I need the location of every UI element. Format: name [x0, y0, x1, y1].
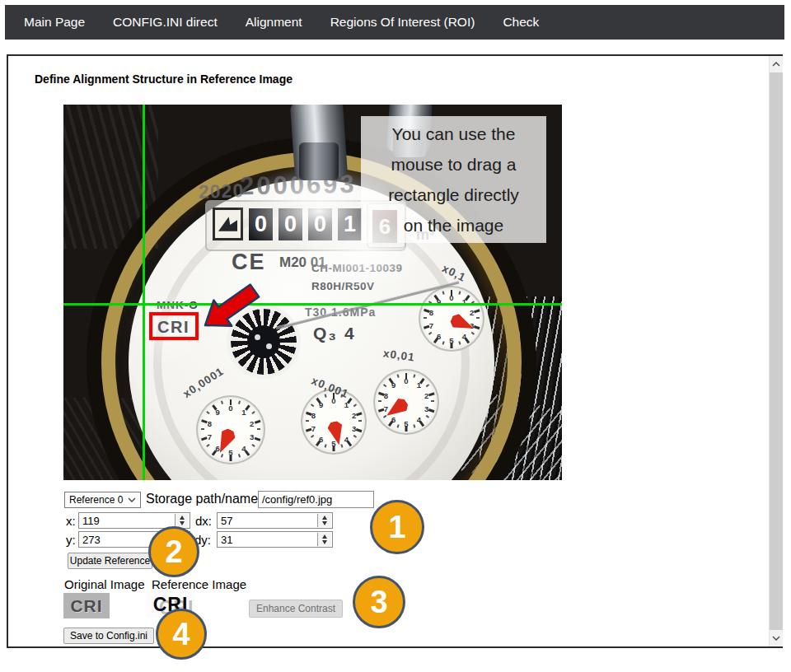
dial-digit: 2 [424, 391, 428, 400]
nav-item-alignment[interactable]: Alignment [232, 15, 316, 30]
dial-digit: 4 [344, 435, 349, 444]
meter-dial-01: 0123456789 [419, 286, 484, 352]
counter-digit: 0 [278, 208, 302, 240]
callout-circle-4: 4 [156, 609, 207, 660]
star-wheel-hub [247, 325, 280, 358]
dial-digit: 4 [462, 332, 466, 341]
dial-digit: 9 [319, 400, 323, 409]
rating-code: R80H/R50V [311, 280, 375, 292]
dial-digit: 6 [437, 332, 441, 341]
meter-dial-0001: 0123456789 [301, 389, 367, 455]
y-label: y: [66, 533, 76, 547]
dial-digit: 4 [417, 415, 421, 424]
reference-image-canvas[interactable]: 2020 2000693 0001 6 m³ CE M20 01 CH-MI00… [63, 105, 562, 480]
meter-dial-00001: 0123456789 [196, 395, 265, 464]
dial-digit: 8 [384, 391, 388, 400]
reference-image-label: Reference Image [152, 577, 246, 591]
dx-label: dx: [195, 514, 212, 528]
alignment-crosshair-vertical [143, 105, 145, 480]
enhance-contrast-button[interactable]: Enhance Contrast [249, 600, 343, 618]
dial-digit: 7 [429, 321, 433, 330]
dial-digit: 7 [311, 424, 316, 433]
dx-spinner[interactable] [317, 514, 331, 527]
counter-digit: 0 [308, 208, 332, 240]
dial-digit: 5 [228, 448, 232, 457]
callout-circle-3: 3 [353, 576, 405, 628]
dial-digit: 3 [470, 321, 474, 330]
chevron-up-icon [772, 62, 780, 67]
dial-digit: 6 [391, 415, 396, 424]
vertical-scrollbar[interactable] [769, 56, 783, 646]
dial-digit: 6 [319, 435, 323, 444]
dial-digit: 2 [250, 418, 254, 427]
drag-hint-line: rectangle directly [361, 180, 546, 210]
dial-digit: 5 [449, 336, 453, 345]
dial-digit: 2 [352, 411, 356, 420]
meter-pictogram-icon [213, 208, 243, 240]
dial-digit: 1 [344, 400, 349, 409]
dial-digit: 8 [208, 418, 212, 427]
dial-digit: 7 [384, 404, 388, 413]
dial-digit: 7 [208, 432, 212, 441]
alignment-roi-rectangle[interactable]: CRI [149, 312, 199, 340]
nav-item-main-page[interactable]: Main Page [10, 15, 99, 30]
dial-digit: 0 [228, 404, 232, 413]
counter-digit: 0 [249, 208, 273, 240]
scroll-down-button[interactable] [770, 630, 783, 646]
content-frame: Define Alignment Structure in Reference … [7, 54, 783, 648]
metal-clip [299, 142, 339, 180]
x-spinner[interactable] [175, 514, 189, 527]
callout-circle-2: 2 [148, 526, 199, 577]
dial-digit: 0 [331, 396, 335, 405]
app: Main PageCONFIG.INI directAlignmentRegio… [0, 0, 791, 672]
drag-hint-line: mouse to drag a [361, 149, 546, 180]
dial-digit: 5 [331, 439, 335, 448]
dial-digit: 1 [417, 380, 421, 390]
dial-digit: 9 [391, 380, 396, 390]
top-navbar: Main PageCONFIG.INI directAlignmentRegio… [5, 5, 784, 40]
dial-digit: 1 [241, 408, 246, 417]
dy-input[interactable]: 31 [217, 531, 333, 548]
page-title: Define Alignment Structure in Reference … [35, 72, 293, 86]
dial-digit: 0 [404, 376, 408, 385]
original-image-label: Original Image [64, 577, 145, 591]
scrollbar-thumb[interactable] [770, 72, 783, 630]
dial-digit: 3 [250, 432, 254, 441]
cri-structure-text: CRI [157, 318, 190, 337]
nav-item-check[interactable]: Check [489, 15, 553, 30]
dial-digit: 6 [215, 443, 219, 452]
chevron-down-icon [772, 636, 780, 641]
storage-path-label: Storage path/name: [146, 492, 262, 506]
original-image-thumbnail: CRI [63, 593, 110, 618]
chevron-down-icon [128, 497, 136, 502]
ce-mark: CE [232, 250, 266, 275]
dial-digit: 3 [424, 404, 428, 413]
alignment-crosshair-horizontal [63, 303, 562, 306]
reference-select[interactable]: Reference 0 [64, 492, 141, 508]
dy-spinner[interactable] [317, 533, 331, 546]
nav-item-regions-of-interest-roi-[interactable]: Regions Of Interest (ROI) [316, 15, 489, 30]
reference-select-value: Reference 0 [69, 494, 123, 506]
nav-item-config-ini-direct[interactable]: CONFIG.INI direct [99, 15, 232, 30]
drag-hint-overlay: You can use themouse to drag arectangle … [361, 116, 546, 243]
dial-digit: 5 [404, 419, 408, 428]
update-reference-button[interactable]: Update Reference [68, 553, 152, 569]
storage-path-input[interactable]: /config/ref0.jpg [258, 491, 374, 508]
dial-digit: 2 [470, 308, 474, 317]
drag-hint-line: on the image [361, 210, 546, 240]
save-to-config-button[interactable]: Save to Config.ini [63, 628, 154, 644]
temp-pressure-code: T30 1.6MPa [305, 306, 376, 319]
callout-circle-1: 1 [370, 500, 424, 554]
q3-label: Q₃ 4 [313, 324, 356, 343]
dial-digit: 3 [352, 424, 356, 433]
dial-digit: 8 [311, 411, 316, 420]
x-label: x: [66, 514, 76, 528]
dx-input[interactable]: 57 [217, 512, 333, 529]
drag-hint-line: You can use the [361, 119, 546, 149]
meter-dial-001: 0123456789 [373, 369, 439, 435]
dial-digit: 8 [429, 308, 433, 317]
model-code: CH-MI001-10039 [311, 262, 403, 274]
dial-digit: 9 [215, 408, 219, 417]
scroll-up-button[interactable] [770, 56, 783, 72]
dial-digit: 4 [241, 443, 246, 452]
